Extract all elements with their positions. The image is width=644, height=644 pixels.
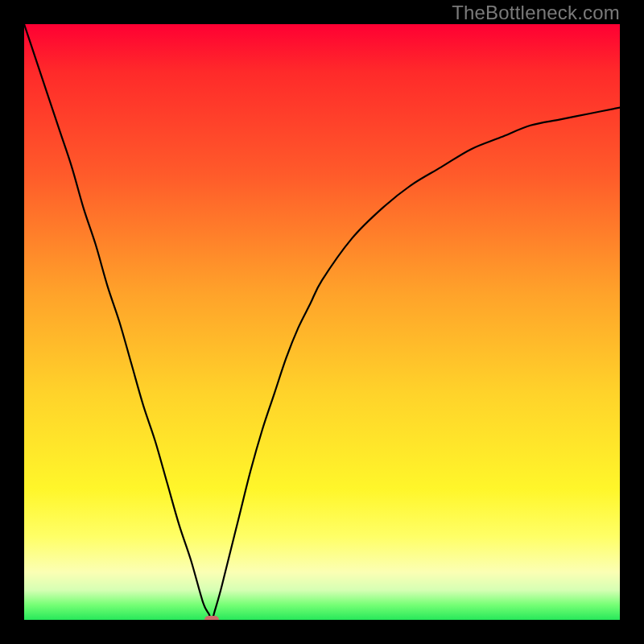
curve-layer	[24, 24, 620, 620]
plot-area	[24, 24, 620, 620]
watermark-text: TheBottleneck.com	[452, 2, 620, 24]
bottleneck-curve	[24, 24, 620, 620]
chart-frame: TheBottleneck.com	[0, 0, 644, 644]
optimum-marker	[204, 616, 219, 620]
